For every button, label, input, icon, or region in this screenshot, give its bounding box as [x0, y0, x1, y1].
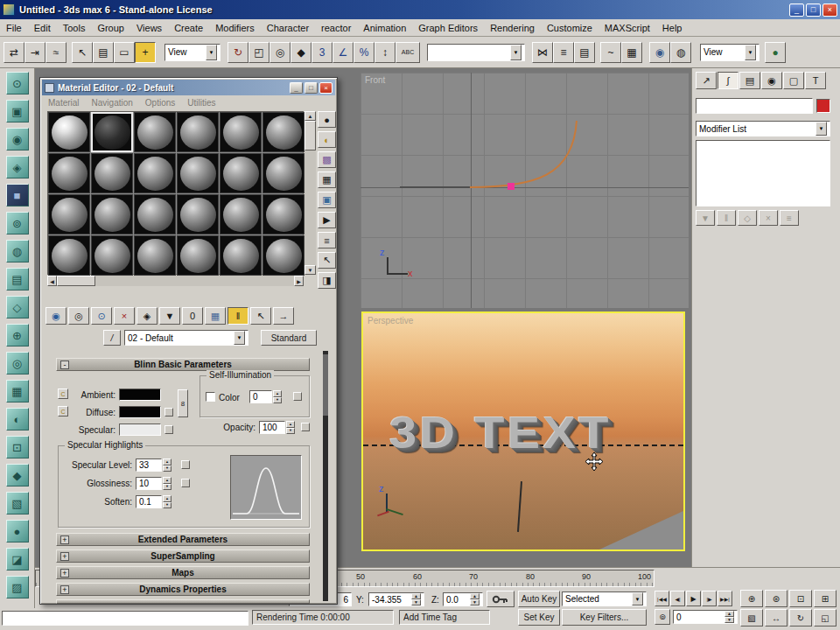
select-and-link-icon[interactable]: ⇄ — [4, 42, 24, 63]
opacity-map-button[interactable] — [301, 423, 310, 431]
reactor-toolbar-icon[interactable]: ◪ — [6, 548, 29, 570]
rollout-blinn-basic-parameters[interactable]: - Blinn Basic Parameters — [56, 358, 310, 371]
scroll-left-icon[interactable]: ◀ — [47, 276, 57, 286]
rollout-plus-icon[interactable]: + — [60, 552, 69, 561]
render-type-dropdown[interactable]: View ▼ — [700, 44, 760, 61]
tab-modify[interactable]: ∫ — [718, 72, 738, 89]
menu-item-create[interactable]: Create — [168, 20, 209, 36]
lock-swatch-icon[interactable]: 8 — [178, 389, 188, 417]
menu-item-rendering[interactable]: Rendering — [484, 20, 541, 36]
tab-create[interactable]: ↗ — [696, 72, 717, 89]
reactor-toolbar-icon[interactable]: ▨ — [6, 576, 29, 598]
spinner-down-icon[interactable]: ▼ — [163, 502, 172, 509]
specular-map-button[interactable] — [164, 425, 173, 434]
material-sample-slot[interactable] — [91, 194, 133, 234]
modifier-list-dropdown[interactable]: Modifier List ▼ — [696, 121, 830, 136]
menu-item-character[interactable]: Character — [261, 20, 315, 36]
zoom-extents-icon[interactable]: ⊡ — [789, 590, 812, 607]
sample-vertical-scrollbar[interactable]: ▲ ▼ — [304, 111, 316, 275]
material-sample-slot[interactable] — [48, 235, 90, 276]
reactor-toolbar-icon[interactable]: ▤ — [6, 268, 29, 290]
select-and-move-icon[interactable]: + — [135, 42, 156, 63]
play-animation-icon[interactable]: ▶ — [686, 591, 701, 606]
select-and-scale-icon[interactable]: ◰ — [248, 42, 270, 63]
material-sample-slot[interactable] — [177, 194, 219, 234]
scrollbar-thumb[interactable] — [304, 121, 316, 150]
remove-modifier-icon[interactable]: × — [759, 210, 778, 226]
layer-manager-icon[interactable]: ▤ — [574, 42, 595, 63]
chevron-down-icon[interactable]: ▼ — [234, 331, 245, 345]
spinner-down-icon[interactable]: ▼ — [163, 484, 172, 491]
select-and-rotate-icon[interactable]: ↻ — [228, 42, 248, 63]
scrollbar-thumb[interactable] — [323, 354, 328, 416]
material-editor-titlebar[interactable]: Material Editor - 02 - Default _ □ × — [42, 80, 335, 95]
go-to-start-icon[interactable]: |◀◀ — [654, 591, 669, 606]
spinner-up-icon[interactable]: ▲ — [163, 458, 172, 466]
reactor-toolbar-icon[interactable]: ◍ — [6, 240, 29, 262]
soften-spinner[interactable]: ▲▼ — [163, 495, 172, 508]
self-illum-map-button[interactable] — [293, 392, 302, 401]
menu-item-maxscript[interactable]: MAXScript — [598, 20, 656, 36]
material-sample-slot[interactable] — [262, 194, 304, 234]
angle-snap-toggle-icon[interactable]: ∠ — [332, 42, 354, 63]
reactor-toolbar-icon[interactable]: ◎ — [6, 352, 29, 374]
bind-to-space-warp-icon[interactable]: ≈ — [46, 42, 66, 63]
rollout-plus-icon[interactable]: + — [60, 569, 69, 578]
chevron-down-icon[interactable]: ▼ — [206, 45, 217, 60]
viewport-label[interactable]: Perspective — [368, 316, 413, 326]
menu-item-views[interactable]: Views — [130, 20, 168, 36]
go-forward-to-sibling-icon[interactable]: → — [273, 307, 294, 325]
rollout-extended-parameters[interactable]: + Extended Parameters — [56, 533, 310, 546]
chevron-down-icon[interactable]: ▼ — [632, 592, 643, 606]
spinner-down-icon[interactable]: ▼ — [724, 617, 734, 623]
go-to-end-icon[interactable]: ▶▶| — [718, 591, 732, 606]
reactor-toolbar-icon[interactable]: ▧ — [6, 492, 29, 514]
spinner-up-icon[interactable]: ▲ — [724, 611, 734, 617]
reactor-toolbar-icon[interactable]: ▣ — [6, 100, 29, 122]
material-editor-options-icon[interactable]: ≡ — [318, 232, 336, 248]
named-selection-sets-dropdown[interactable]: ▼ — [427, 44, 525, 61]
spinner-up-icon[interactable]: ▲ — [411, 593, 421, 599]
glossiness-spinner[interactable]: ▲▼ — [163, 477, 172, 490]
lock-ambient-diffuse-icon[interactable]: C — [58, 388, 68, 399]
go-to-parent-icon[interactable]: ↖ — [250, 307, 271, 325]
spinner-down-icon[interactable]: ▼ — [273, 397, 282, 404]
tab-utilities[interactable]: T — [805, 72, 826, 89]
spinner-snap-toggle-icon[interactable]: ↕ — [374, 42, 396, 63]
maximize-button[interactable]: □ — [304, 82, 318, 94]
material-sample-slot-selected[interactable] — [91, 112, 133, 152]
snap-toggle-icon[interactable]: 3 — [312, 42, 332, 63]
material-sample-slot[interactable] — [220, 235, 262, 276]
diffuse-map-button[interactable] — [164, 408, 173, 416]
region-zoom-icon[interactable]: ▧ — [740, 609, 763, 626]
spinner-up-icon[interactable]: ▲ — [163, 495, 172, 502]
object-color-swatch[interactable] — [816, 99, 830, 113]
minimize-button[interactable]: _ — [789, 4, 804, 17]
lock-diffuse-specular-icon[interactable]: C — [58, 406, 68, 416]
sample-uv-tiling-icon[interactable]: ▦ — [318, 172, 336, 188]
params-scrollbar[interactable] — [323, 351, 328, 601]
select-by-material-icon[interactable]: ↖ — [318, 252, 336, 269]
make-preview-icon[interactable]: ▶ — [318, 212, 336, 228]
reactor-toolbar-icon[interactable]: ⊚ — [6, 212, 29, 234]
menu-item-customize[interactable]: Customize — [541, 20, 598, 36]
specular-level-spinner[interactable]: ▲▼ — [163, 458, 172, 472]
material-sample-slot[interactable] — [262, 112, 304, 152]
menu-item-modifiers[interactable]: Modifiers — [209, 20, 261, 36]
next-frame-icon[interactable]: |▶ — [702, 591, 717, 606]
rectangular-selection-region-icon[interactable]: ▭ — [114, 42, 135, 63]
keyboard-shortcut-override-icon[interactable]: ABC — [396, 42, 420, 63]
material-editor-icon[interactable]: ◉ — [649, 42, 670, 63]
rollout-dynamics-properties[interactable]: + Dynamics Properties — [56, 583, 310, 596]
zoom-extents-all-icon[interactable]: ⊞ — [814, 590, 836, 607]
reactor-toolbar-icon[interactable]: ⊕ — [6, 324, 29, 346]
chevron-down-icon[interactable]: ▼ — [745, 45, 756, 60]
material-sample-slot[interactable] — [48, 194, 90, 234]
curve-editor-icon[interactable]: ~ — [600, 42, 621, 63]
reactor-toolbar-icon[interactable]: ■ — [6, 184, 29, 206]
perspective-viewport[interactable]: Perspective 3D TEXT z — [361, 312, 685, 551]
tab-display[interactable]: ▢ — [783, 72, 804, 89]
self-illum-spinner[interactable]: ▲▼ — [273, 390, 282, 403]
specular-level-map-button[interactable] — [181, 460, 190, 469]
assign-material-to-selection-icon[interactable]: ⊙ — [91, 307, 112, 325]
